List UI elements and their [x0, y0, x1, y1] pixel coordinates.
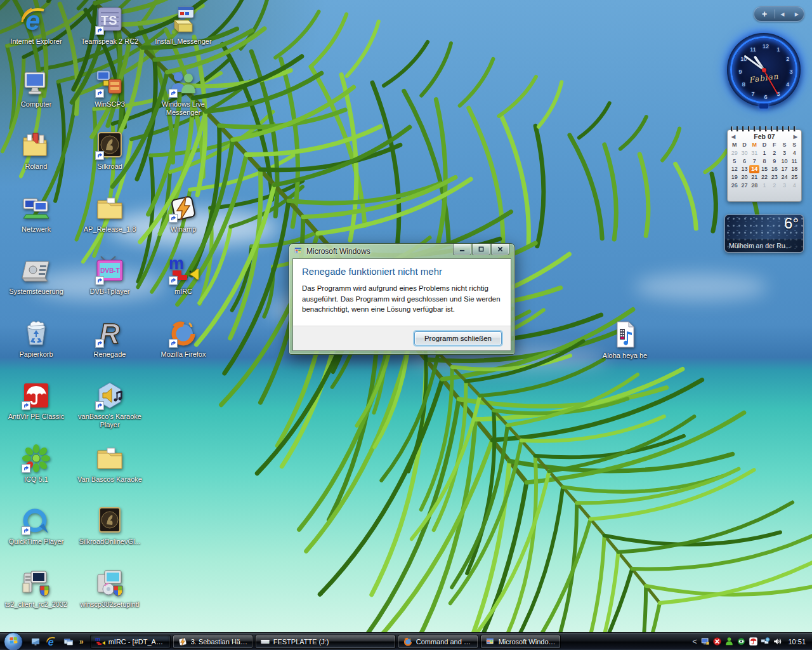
desktop-icon-roland[interactable]: Roland: [3, 130, 69, 171]
desktop-icon-silkroad[interactable]: Silkroad: [77, 130, 143, 171]
close-program-button[interactable]: Programm schließen: [414, 331, 502, 345]
silkroad-icon: [95, 130, 125, 161]
desktop-icon-mozilla-firefox[interactable]: Mozilla Firefox: [150, 318, 216, 359]
desktop-icon-ap-release-1-8[interactable]: AP_Release_1.8: [77, 193, 143, 234]
desktop-icon-quicktime-player[interactable]: QuickTime Player: [3, 505, 69, 546]
firefox-icon: [168, 318, 199, 348]
calendar-prev-button[interactable]: ◀: [731, 134, 735, 140]
taskbar-button-mirc-dt-aow2[interactable]: mmIRC - [#DT_AOW2...: [90, 635, 171, 649]
mirc-icon: m: [168, 255, 199, 286]
network-tray-icon[interactable]: [761, 637, 770, 646]
clock-number: 7: [751, 91, 754, 97]
quick-launch-overflow-chevron[interactable]: »: [79, 637, 84, 646]
window-controls: [453, 244, 509, 255]
weather-temperature: 6°: [784, 215, 799, 232]
maximize-button[interactable]: [472, 244, 490, 255]
calendar-day: 28: [749, 182, 759, 190]
desktop-icon-label: Systemsteuerung: [3, 288, 69, 296]
desktop-icon-icq-5-1[interactable]: ICQ 5.1: [3, 443, 69, 484]
desktop-icon-vanbasco-s-karaoke-player[interactable]: vanBasco's Karaoke Player: [77, 380, 143, 429]
add-gadget-button[interactable]: +: [754, 7, 775, 21]
gadget-controls: + ◀ ▶: [754, 6, 804, 22]
desktop-icon-teamspeak-2-rc2[interactable]: TSTeamspeak 2 RC2: [77, 5, 143, 46]
windows-error-icon: [294, 246, 303, 256]
calendar-day: 4: [789, 182, 799, 190]
calendar-day: 9: [769, 157, 780, 166]
installer-box-icon: [168, 5, 199, 36]
antivir-icon: [21, 380, 51, 411]
desktop-icon-label: Papierkorb: [3, 350, 69, 359]
desktop-icon-label: Computer: [3, 100, 69, 109]
calendar-day: 10: [780, 157, 790, 166]
eye-icon[interactable]: [737, 637, 746, 646]
calendar-day: 3: [780, 149, 790, 157]
calendar-day: 23: [769, 173, 780, 182]
taskbar-button-festplatte-j[interactable]: FESTPLATTE (J:): [255, 635, 396, 649]
silkroad-file-icon: [95, 505, 125, 536]
taskbar-button-3-sebastian-h-mer[interactable]: 3. Sebastian Hämer ...: [173, 635, 253, 649]
clock-number: 4: [786, 81, 789, 88]
icq-online-icon[interactable]: [724, 637, 734, 646]
switch-windows-icon[interactable]: [62, 635, 75, 648]
sidebar: + ◀ ▶ 121234567891011 Fabian ◀ Feb 07 ▶: [710, 0, 812, 650]
desktop-icon-silkroadonlinevgl[interactable]: SilkroadOnlinevGl...: [77, 505, 143, 546]
desktop-icon-winamp[interactable]: Winamp: [150, 193, 216, 234]
shortcut-arrow-icon: [95, 26, 104, 35]
desktop-icon-windows-live-messenger[interactable]: Windows Live Messenger: [150, 68, 216, 117]
taskbar-clock[interactable]: 10:51: [788, 638, 806, 646]
desktop-icon-label: Install_Messenger: [150, 37, 216, 46]
desktop-icon-netzwerk[interactable]: Netzwerk: [3, 193, 69, 234]
volume-icon[interactable]: [773, 637, 782, 646]
show-desktop-icon[interactable]: [29, 635, 42, 648]
shortcut-arrow-icon: [95, 276, 104, 285]
desktop-icon-winscp382setupintl[interactable]: winscp382setupintl: [77, 568, 143, 609]
clock-center-cap: [762, 68, 766, 72]
calendar-selected-day: 14: [749, 165, 759, 173]
desktop-icon-label: DVB-Tplayer: [77, 288, 143, 296]
calendar-day: 24: [780, 173, 790, 182]
winscp-icon: [95, 68, 125, 98]
security-alert-icon[interactable]: [712, 637, 722, 646]
calendar-next-button[interactable]: ▶: [794, 134, 797, 140]
computer-icon: [21, 68, 51, 98]
messenger-icon: [168, 68, 199, 98]
control-panel-icon: [21, 255, 51, 286]
desktop-icon-antivir-pe-classic[interactable]: AntiVir PE Classic: [3, 380, 69, 421]
maximize-icon: [478, 246, 484, 252]
shortcut-arrow-icon: [169, 214, 178, 223]
dialog-heading: Renegade funktioniert nicht mehr: [302, 266, 502, 277]
taskbar-button-microsoft-windows[interactable]: Microsoft Windows: [480, 635, 561, 649]
taskbar-button-command-and-con[interactable]: Command and Con...: [398, 635, 478, 649]
internet-explorer-icon[interactable]: e: [46, 635, 58, 648]
gadgets-next-button[interactable]: ▶: [795, 11, 799, 17]
clock-gadget[interactable]: 121234567891011 Fabian: [727, 33, 801, 107]
taskbar-button-label: Microsoft Windows: [499, 638, 556, 646]
tray-expand-button[interactable]: <: [692, 637, 697, 646]
gadgets-prev-button[interactable]: ◀: [780, 11, 784, 17]
desktop-icon-mirc[interactable]: mmIRC: [150, 255, 216, 296]
desktop-icon-ts2-client-rc2-2032[interactable]: ts2_client_rc2_2032: [3, 568, 69, 609]
desktop-icon-systemsteuerung[interactable]: Systemsteuerung: [3, 255, 69, 296]
calendar-day: 2: [769, 149, 780, 157]
desktop[interactable]: eInternet ExplorerTSTeamspeak 2 RC2Insta…: [0, 0, 812, 650]
calendar-gadget[interactable]: ◀ Feb 07 ▶ MDMDFSS2930311234567891011121…: [727, 126, 802, 202]
windows-flag-icon: [8, 635, 19, 648]
dialog-title: Microsoft Windows: [306, 247, 370, 256]
close-button[interactable]: [491, 244, 509, 255]
desktop-icon-papierkorb[interactable]: Papierkorb: [3, 318, 69, 359]
start-button[interactable]: [4, 632, 23, 650]
display-settings-icon[interactable]: [700, 637, 710, 646]
desktop-icon-install-messenger[interactable]: Install_Messenger: [150, 5, 216, 46]
desktop-icon-computer[interactable]: Computer: [3, 68, 69, 109]
desktop-icon-dvb-tplayer[interactable]: DVB-TDVB-Tplayer: [77, 255, 143, 296]
teamspeak-icon: TS: [95, 5, 125, 36]
desktop-icon-aloha-heya-he[interactable]: Aloha heya he: [592, 319, 658, 360]
weather-gadget[interactable]: 6° Mülheim an der Ru...: [724, 215, 804, 253]
minimize-button[interactable]: [453, 244, 471, 255]
desktop-icon-internet-explorer[interactable]: eInternet Explorer: [3, 5, 69, 46]
desktop-icon-renegade[interactable]: RRenegade: [77, 318, 143, 359]
desktop-icon-winscp3[interactable]: WinSCP3: [77, 68, 143, 109]
antivir-tray-icon[interactable]: [749, 637, 758, 646]
desktop-icon-van-bascos-karaoke[interactable]: Van Bascos Karaoke: [77, 443, 143, 484]
calendar-weekday: S: [789, 141, 799, 149]
